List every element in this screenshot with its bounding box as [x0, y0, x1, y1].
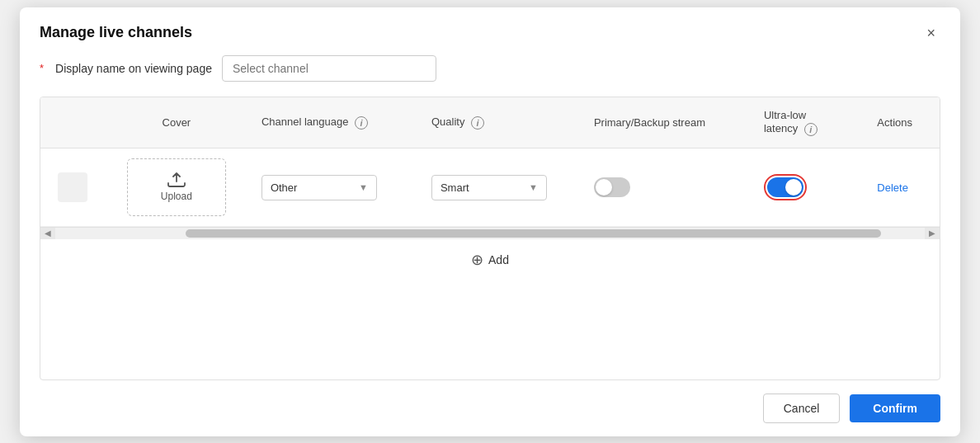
- manage-live-channels-dialog: Manage live channels × * Display name on…: [20, 7, 960, 436]
- quality-info-icon[interactable]: i: [471, 116, 484, 130]
- col-header-actions: Actions: [864, 97, 940, 148]
- language-info-icon[interactable]: i: [355, 116, 368, 130]
- form-row: * Display name on viewing page: [40, 55, 940, 82]
- quality-value: Smart: [441, 181, 469, 194]
- cover-cell: Upload: [105, 148, 248, 227]
- close-icon[interactable]: ×: [921, 24, 940, 42]
- scrollbar-track[interactable]: [55, 228, 925, 239]
- quality-chevron-icon: ▼: [529, 182, 538, 192]
- quality-cell: Smart ▼: [418, 148, 581, 227]
- row-number-box: [58, 172, 87, 202]
- table-row: Upload Other ▼ Sma: [40, 148, 940, 227]
- dialog-title: Manage live channels: [40, 24, 192, 41]
- language-chevron-icon: ▼: [359, 182, 368, 192]
- ultra-latency-toggle[interactable]: [767, 177, 803, 197]
- primary-cell: [581, 148, 751, 227]
- language-cell: Other ▼: [248, 148, 418, 227]
- ultra-info-icon[interactable]: i: [804, 123, 817, 136]
- add-button-label: Add: [488, 253, 509, 266]
- ultra-cell: [751, 148, 864, 227]
- table-header-row: Cover Channel language i Quality i: [40, 97, 940, 148]
- col-header-language: Channel language i: [248, 97, 418, 148]
- language-dropdown[interactable]: Other ▼: [261, 175, 377, 200]
- horizontal-scrollbar[interactable]: ◀ ▶: [40, 227, 940, 238]
- dialog-footer: Cancel Confirm: [20, 380, 960, 436]
- channel-table-container: Cover Channel language i Quality i: [40, 97, 940, 380]
- quality-dropdown[interactable]: Smart ▼: [431, 175, 547, 200]
- upload-icon: [167, 172, 186, 187]
- primary-backup-toggle[interactable]: [594, 177, 630, 197]
- table-scroll-wrapper[interactable]: Cover Channel language i Quality i: [40, 97, 940, 228]
- dialog-body: * Display name on viewing page Cover Ch: [20, 55, 960, 380]
- dialog-header: Manage live channels ×: [20, 7, 960, 55]
- row-num-cell: [40, 148, 105, 227]
- scroll-right-button[interactable]: ▶: [925, 228, 940, 239]
- upload-box[interactable]: Upload: [127, 158, 226, 216]
- actions-cell: Delete: [864, 148, 940, 227]
- add-circle-icon: ⊕: [471, 251, 483, 269]
- scrollbar-thumb[interactable]: [186, 229, 881, 238]
- upload-label: Upload: [161, 191, 192, 202]
- channel-table: Cover Channel language i Quality i: [40, 97, 940, 228]
- ultra-toggle-wrapper: [764, 174, 807, 200]
- required-star: *: [40, 62, 44, 74]
- col-header-cover: Cover: [105, 97, 248, 148]
- display-name-label: Display name on viewing page: [55, 62, 212, 75]
- confirm-button[interactable]: Confirm: [850, 394, 940, 422]
- col-header-ultra: Ultra-lowlatency i: [751, 97, 864, 148]
- col-header-primary: Primary/Backup stream: [581, 97, 751, 148]
- language-value: Other: [271, 181, 298, 194]
- delete-button[interactable]: Delete: [877, 181, 908, 194]
- scroll-left-button[interactable]: ◀: [40, 228, 55, 239]
- col-header-quality: Quality i: [418, 97, 581, 148]
- add-channel-row[interactable]: ⊕ Add: [40, 238, 940, 280]
- channel-name-input[interactable]: [222, 55, 436, 82]
- cancel-button[interactable]: Cancel: [763, 394, 841, 423]
- col-header-num: [40, 97, 105, 148]
